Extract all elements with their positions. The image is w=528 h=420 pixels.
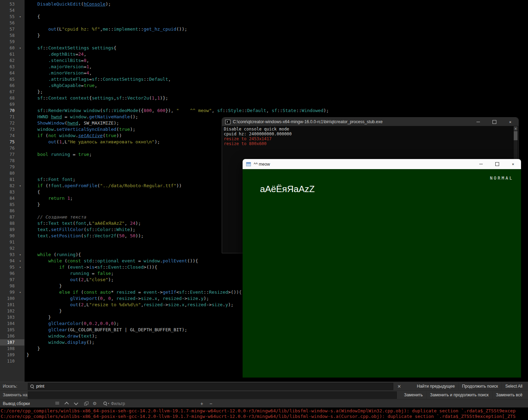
list-icon[interactable] [54,401,61,407]
code-text[interactable]: glClear(GL_COLOR_BUFFER_BIT | GL_DEPTH_B… [24,327,187,333]
line-number[interactable]: 76 [0,145,16,151]
line-number[interactable]: 74 [0,133,16,139]
code-text[interactable]: return 1; [24,195,73,201]
close-icon[interactable]: ✕ [505,159,521,169]
line-number[interactable]: 98 [0,283,16,289]
line-number[interactable]: 106 [0,333,16,339]
code-text[interactable] [24,7,26,14]
maximize-icon[interactable] [489,159,505,169]
chevron-down-icon[interactable] [73,401,79,407]
code-text[interactable]: out(2,L"resize to %dx%d\n",resized->size… [24,302,234,308]
line-number[interactable]: 78 [0,158,16,164]
code-line[interactable]: 61 .depthBits=24, [0,51,528,57]
line-number[interactable]: 99 [0,289,16,295]
line-number[interactable]: 63 [0,64,16,70]
code-text[interactable]: window.display(); [24,339,95,346]
line-number[interactable]: 57 [0,26,16,32]
overlap-windows-icon[interactable] [83,401,89,407]
code-text[interactable]: HWND hwnd = window.getNativeHandle(); [24,114,138,120]
code-line[interactable]: 67 }; [0,89,528,95]
code-text[interactable]: glViewport(0, 0, resized->size.x, resize… [24,295,209,302]
line-number[interactable]: 72 [0,120,16,126]
code-line[interactable]: 63 .majorVersion=1, [0,64,528,70]
line-number[interactable]: 66 [0,82,16,89]
code-text[interactable]: glClearColor(0,0.2,0.0,0); [24,320,119,327]
code-text[interactable]: out(2,L"close"); [24,277,113,283]
code-text[interactable]: } [24,201,40,208]
code-text[interactable] [24,20,26,26]
line-number[interactable]: 55 [0,14,16,20]
find-action-button[interactable]: Найти предыдущее [413,383,458,390]
build-output[interactable]: C:/core/cpp_compilers/winlibs-x86_64-pos… [0,407,528,420]
fold-marker-icon[interactable]: ▾ [16,183,24,189]
code-text[interactable]: .minorVersion=4, [24,70,92,76]
line-number[interactable]: 79 [0,164,16,170]
line-number[interactable]: 84 [0,195,16,201]
replace-action-button[interactable]: Заменить [401,391,426,399]
code-text[interactable] [24,245,26,252]
line-number[interactable]: 60 [0,45,16,51]
line-number[interactable]: 88 [0,220,16,227]
fold-marker-icon[interactable]: ▾ [16,289,24,295]
line-number[interactable]: 67 [0,89,16,95]
code-text[interactable]: }; [24,89,43,95]
code-text[interactable] [24,145,26,151]
code-text[interactable]: } [24,314,51,320]
code-text[interactable]: { [24,189,40,195]
find-input[interactable]: print [28,383,393,390]
line-number[interactable]: 56 [0,20,16,26]
line-number[interactable]: 80 [0,170,16,176]
fold-marker-icon[interactable]: ▾ [16,45,24,51]
line-number[interactable]: 54 [0,7,16,14]
code-text[interactable]: sf::Font font; [24,176,76,183]
code-text[interactable]: .sRgbCapable=true, [24,82,97,89]
code-text[interactable] [24,170,26,176]
scroll-up-icon[interactable]: ▲ [514,126,518,130]
code-text[interactable]: .majorVersion=1, [24,64,92,70]
line-number[interactable]: 104 [0,320,16,327]
find-action-button[interactable]: Продолжить поиск [458,383,502,390]
code-text[interactable]: sf::Context context{settings,sf::Vector2… [24,95,168,101]
line-number[interactable]: 77 [0,151,16,158]
line-number[interactable]: 73 [0,126,16,133]
code-line[interactable]: 65 .attributeFlags=sf::ContextSettings::… [0,76,528,82]
code-text[interactable] [24,158,26,164]
code-text[interactable]: window.setVerticalSyncEnabled(true); [24,126,135,133]
code-text[interactable]: .stencilBits=8, [24,57,89,64]
sfml-titlebar[interactable]: ^^ meow ✕ [243,159,521,169]
code-text[interactable]: } [24,283,62,289]
code-text[interactable]: } [24,32,40,39]
line-number[interactable]: 58 [0,32,16,39]
code-text[interactable]: sf::RenderWindow window(sf::VideoMode({8… [24,108,329,114]
fold-marker-icon[interactable]: ▾ [16,258,24,264]
line-number[interactable]: 81 [0,176,16,183]
line-number[interactable]: 70 [0,108,16,114]
code-text[interactable]: sf::ContextSettings settings{ [24,45,116,51]
code-text[interactable]: window.draw(text); [24,333,97,339]
line-number[interactable]: 75 [0,139,16,145]
filter-input[interactable]: ▾ Фильтр [101,400,160,407]
code-text[interactable] [24,39,26,45]
line-number[interactable]: 64 [0,70,16,76]
code-text[interactable]: bool running = true; [24,151,92,158]
line-number[interactable]: 109 [0,352,16,358]
code-line[interactable]: 55▾ { [0,14,528,20]
line-number[interactable]: 108 [0,346,16,352]
code-text[interactable]: out(L"cpuid hz: %f",me::implement::get_h… [24,26,187,32]
code-text[interactable]: } [24,308,62,314]
zoom-out-button[interactable]: − [207,401,215,406]
code-line[interactable]: 60▾ sf::ContextSettings settings{ [0,45,528,51]
line-number[interactable]: 82 [0,183,16,189]
code-line[interactable]: 66 .sRgbCapable=true, [0,82,528,89]
code-text[interactable]: sf::Text text(font,L"аАёЁяЯaAzZ", 24); [24,220,141,227]
code-text[interactable] [24,358,26,364]
minimize-icon[interactable] [470,118,486,126]
line-number[interactable]: 83 [0,189,16,195]
line-number[interactable]: 105 [0,327,16,333]
find-action-button[interactable]: Select All [502,383,526,390]
code-text[interactable]: while (const std::optional event = windo… [24,258,198,264]
code-text[interactable]: { [24,14,40,20]
line-number[interactable]: 69 [0,101,16,108]
code-line[interactable]: 57 out(L"cpuid hz: %f",me::implement::ge… [0,26,528,32]
line-number[interactable]: 61 [0,51,16,57]
